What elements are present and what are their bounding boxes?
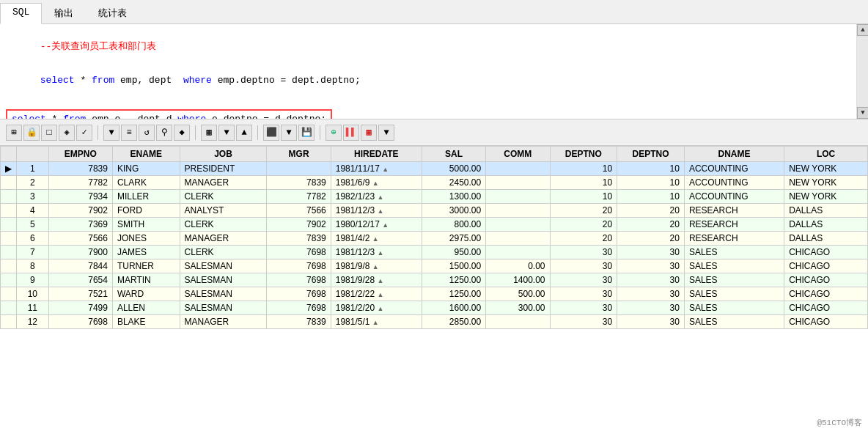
cell-loc: CHICAGO — [784, 273, 868, 287]
cell-dname: SALES — [684, 315, 784, 329]
ddl2-btn[interactable]: ▼ — [281, 125, 297, 141]
table-btn[interactable]: ▦ — [201, 125, 217, 141]
row-active-indicator — [1, 204, 17, 218]
row-number: 11 — [17, 301, 49, 315]
row-active-indicator — [1, 315, 17, 329]
cell-ename: CLARK — [112, 176, 180, 190]
scroll-up-arrow[interactable]: ▲ — [857, 24, 868, 36]
cell-hiredate: 1981/6/9 ▲ — [331, 176, 422, 190]
cell-empno: 7521 — [48, 287, 112, 301]
cell-loc: CHICAGO — [784, 315, 868, 329]
search-btn[interactable]: ⚲ — [156, 125, 172, 141]
selected-sql[interactable]: select * from emp e, dept d where e.dept… — [6, 109, 332, 119]
down-btn[interactable]: ▼ — [103, 125, 119, 141]
col-hiredate[interactable]: HIREDATE — [331, 147, 422, 162]
table-row[interactable]: 87844TURNERSALESMAN76981981/9/8 ▲1500.00… — [1, 259, 868, 273]
cell-deptno: 20 — [550, 232, 617, 246]
tab-output[interactable]: 输出 — [42, 3, 86, 23]
col-comm[interactable]: COMM — [486, 147, 550, 162]
diamond-btn[interactable]: ◆ — [174, 125, 190, 141]
export-btn[interactable]: ⬛ — [263, 125, 279, 141]
table-row[interactable]: 77900JAMESCLERK76981981/12/3 ▲950.003030… — [1, 246, 868, 259]
cell-hiredate: 1981/12/3 ▲ — [331, 204, 422, 218]
tab-sql[interactable]: SQL — [0, 3, 42, 24]
cell-comm: 300.00 — [486, 301, 550, 315]
watermark: @51CTO博客 — [817, 417, 862, 428]
table-row[interactable]: 47902FORDANALYST75661981/12/3 ▲3000.0020… — [1, 204, 868, 218]
cell-loc: CHICAGO — [784, 301, 868, 315]
cell-ename: MILLER — [112, 190, 180, 204]
table-row[interactable]: 97654MARTINSALESMAN76981981/9/28 ▲1250.0… — [1, 273, 868, 287]
cell-job: SALESMAN — [180, 273, 267, 287]
cell-dname: RESEARCH — [684, 204, 784, 218]
col-empno[interactable]: EMPNO — [48, 147, 112, 162]
cell-comm — [486, 246, 550, 259]
cell-hiredate: 1982/1/23 ▲ — [331, 190, 422, 204]
ddl3-btn[interactable]: ▼ — [378, 125, 394, 141]
grid-btn[interactable]: ⊞ — [6, 125, 22, 141]
check-btn[interactable]: ✓ — [76, 125, 92, 141]
lock-btn[interactable]: 🔒 — [23, 125, 40, 141]
cell-sal: 800.00 — [422, 218, 485, 232]
cell-hiredate: 1981/2/22 ▲ — [331, 287, 422, 301]
ddl1-btn[interactable]: ▼ — [218, 125, 235, 141]
sql-editor[interactable]: --关联查询员工表和部门表 select * from emp, dept wh… — [0, 24, 856, 119]
col-dname[interactable]: DNAME — [684, 147, 784, 162]
cell-sal: 2850.00 — [422, 315, 485, 329]
table-row[interactable]: 57369SMITHCLERK79021980/12/17 ▲800.00202… — [1, 218, 868, 232]
col-mgr[interactable]: MGR — [267, 147, 331, 162]
cell-ename: MARTIN — [112, 273, 180, 287]
data-grid-container: EMPNO ENAME JOB MGR HIREDATE SAL COMM DE… — [0, 146, 868, 431]
sep-4 — [320, 125, 320, 140]
refresh-btn[interactable]: ↺ — [139, 125, 155, 141]
up-btn[interactable]: ▲ — [236, 125, 252, 141]
cell-loc: NEW YORK — [784, 162, 868, 176]
table-row[interactable]: 127698BLAKEMANAGER78391981/5/1 ▲2850.003… — [1, 315, 868, 329]
cell-loc: DALLAS — [784, 232, 868, 246]
tab-stats[interactable]: 统计表 — [86, 3, 139, 23]
copy-btn[interactable]: □ — [41, 125, 57, 141]
list-btn[interactable]: ≡ — [121, 125, 137, 141]
table-row[interactable]: 67566JONESMANAGER78391981/4/2 ▲2975.0020… — [1, 232, 868, 246]
cell-comm — [486, 315, 550, 329]
table-row[interactable]: 117499ALLENSALESMAN76981981/2/20 ▲1600.0… — [1, 301, 868, 315]
cell-sal: 1250.00 — [422, 287, 485, 301]
cell-ename: SMITH — [112, 218, 180, 232]
cell-sal: 1600.00 — [422, 301, 485, 315]
table-row[interactable]: 27782CLARKMANAGER78391981/6/9 ▲2450.0010… — [1, 176, 868, 190]
cell-dname: RESEARCH — [684, 232, 784, 246]
table-row[interactable]: ▶17839KINGPRESIDENT1981/11/17 ▲5000.0010… — [1, 162, 868, 176]
kw-select-1: select — [40, 75, 75, 86]
cell-comm — [486, 162, 550, 176]
row-number: 12 — [17, 315, 49, 329]
table-body: ▶17839KINGPRESIDENT1981/11/17 ▲5000.0010… — [1, 162, 868, 329]
sep-2 — [195, 125, 196, 140]
cell-sal: 1250.00 — [422, 273, 485, 287]
save-btn[interactable]: 💾 — [298, 125, 315, 141]
table-row[interactable]: 107521WARDSALESMAN76981981/2/22 ▲1250.00… — [1, 287, 868, 301]
col-loc[interactable]: LOC — [784, 147, 868, 162]
cell-deptno2: 20 — [617, 204, 685, 218]
filter-btn[interactable]: ◈ — [59, 125, 75, 141]
col-ename[interactable]: ENAME — [112, 147, 180, 162]
cell-deptno: 30 — [550, 273, 617, 287]
chart-btn[interactable]: ⊕ — [326, 125, 342, 141]
toolbar-group-2: ▼ ≡ ↺ ⚲ ◆ — [103, 125, 190, 141]
bar-btn[interactable]: ▌▌ — [343, 125, 359, 141]
cell-comm — [486, 232, 550, 246]
col-job[interactable]: JOB — [180, 147, 267, 162]
cell-sal: 5000.00 — [422, 162, 485, 176]
col-deptno2[interactable]: DEPTNO — [617, 147, 685, 162]
row-active-indicator — [1, 176, 17, 190]
cell-sal: 2450.00 — [422, 176, 485, 190]
col-deptno1[interactable]: DEPTNO — [550, 147, 617, 162]
col-sal[interactable]: SAL — [422, 147, 485, 162]
kw-from-1: from — [92, 75, 114, 86]
grid2-btn[interactable]: ▦ — [361, 125, 377, 141]
cell-loc: NEW YORK — [784, 176, 868, 190]
toolbar: ⊞ 🔒 □ ◈ ✓ ▼ ≡ ↺ ⚲ ◆ ▦ ▼ ▲ ⬛ ▼ 💾 ⊕ ▌▌ ▦ ▼ — [0, 119, 868, 146]
table-row[interactable]: 37934MILLERCLERK77821982/1/23 ▲1300.0010… — [1, 190, 868, 204]
cell-deptno2: 10 — [617, 162, 685, 176]
scroll-down-arrow[interactable]: ▼ — [857, 107, 868, 119]
toolbar-group-5: ⊕ ▌▌ ▦ ▼ — [326, 125, 394, 141]
